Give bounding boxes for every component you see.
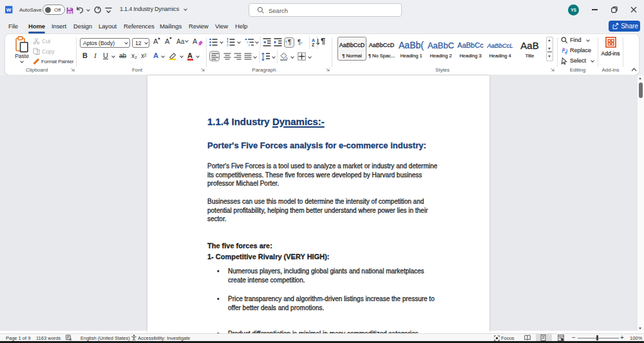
svg-text:W: W <box>6 7 12 13</box>
svg-text:A: A <box>312 38 315 43</box>
svg-text:Z: Z <box>312 43 315 47</box>
